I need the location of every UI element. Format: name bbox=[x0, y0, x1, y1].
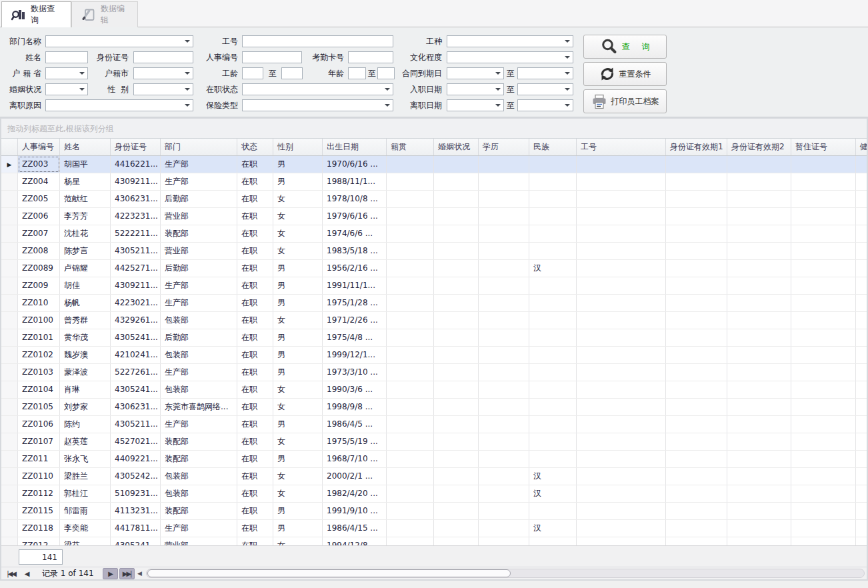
cell[interactable] bbox=[791, 329, 856, 346]
cell[interactable]: 1986/4/15 ... bbox=[323, 520, 387, 537]
cell[interactable]: 1994/12/8 bbox=[323, 537, 387, 545]
table-row[interactable]: ZZ004杨星4309211...生产部在职男1988/11/1... bbox=[1, 173, 867, 191]
cell[interactable]: 女 bbox=[273, 312, 323, 329]
cell[interactable]: ZZ009 bbox=[18, 277, 60, 294]
cell[interactable] bbox=[856, 451, 867, 467]
work-no-input[interactable] bbox=[242, 35, 393, 47]
cell[interactable]: 在职 bbox=[237, 173, 273, 190]
cell[interactable]: 后勤部 bbox=[161, 191, 237, 207]
cell[interactable] bbox=[434, 312, 479, 329]
cell[interactable] bbox=[856, 399, 867, 415]
cell[interactable] bbox=[727, 260, 791, 277]
cell[interactable] bbox=[856, 173, 867, 190]
table-row[interactable]: ZZ011张永飞4409221...装配部在职男1968/7/10 ... bbox=[1, 451, 867, 468]
cell[interactable]: 1990/3/6 ... bbox=[323, 381, 387, 398]
cell[interactable]: 在职 bbox=[237, 451, 273, 467]
table-row[interactable]: ZZ0101黄华茂4305241...后勤部在职男1975/4/8 ... bbox=[1, 329, 867, 347]
cell[interactable]: 在职 bbox=[237, 329, 273, 346]
cell[interactable] bbox=[577, 364, 666, 381]
cell[interactable]: 胡国平 bbox=[60, 156, 111, 173]
cell[interactable] bbox=[577, 416, 666, 433]
horizontal-scrollbar-thumb[interactable] bbox=[147, 569, 511, 577]
cell[interactable] bbox=[791, 347, 856, 363]
cell[interactable] bbox=[577, 433, 666, 450]
cell[interactable] bbox=[479, 364, 529, 381]
cell[interactable]: 4309211... bbox=[111, 173, 161, 190]
cell[interactable] bbox=[479, 399, 529, 415]
cell[interactable]: ZZ0112 bbox=[18, 485, 60, 502]
cell[interactable]: 1975/4/8 ... bbox=[323, 329, 387, 346]
cell[interactable]: 4305211... bbox=[111, 243, 161, 259]
cell[interactable] bbox=[856, 156, 867, 173]
cell[interactable] bbox=[387, 277, 434, 294]
cell[interactable]: 包装部 bbox=[161, 381, 237, 398]
dropdown-arrow-icon[interactable] bbox=[562, 101, 572, 110]
cell[interactable] bbox=[479, 243, 529, 259]
cell[interactable] bbox=[434, 243, 479, 259]
cell[interactable]: 4113231... bbox=[111, 503, 161, 519]
cell[interactable]: 女 bbox=[273, 399, 323, 415]
cell[interactable]: 男 bbox=[273, 347, 323, 363]
cell[interactable] bbox=[479, 520, 529, 537]
cell[interactable]: 女 bbox=[273, 191, 323, 207]
cell[interactable]: 男 bbox=[273, 260, 323, 277]
cell[interactable] bbox=[727, 485, 791, 502]
cell[interactable] bbox=[791, 485, 856, 502]
cell[interactable]: 1975/5/19 ... bbox=[323, 433, 387, 450]
cell[interactable] bbox=[529, 225, 577, 242]
cell[interactable]: 装配部 bbox=[161, 451, 237, 467]
cell[interactable]: 邹雷雨 bbox=[60, 503, 111, 519]
cell[interactable]: 陈约 bbox=[60, 416, 111, 433]
dropdown-arrow-icon[interactable] bbox=[382, 85, 392, 94]
cell[interactable]: 汉 bbox=[529, 485, 577, 502]
column-header[interactable]: 民族 bbox=[529, 139, 577, 155]
cell[interactable]: 汉 bbox=[529, 468, 577, 485]
cell[interactable] bbox=[791, 277, 856, 294]
cell[interactable] bbox=[529, 451, 577, 467]
cell[interactable]: 4223021... bbox=[111, 295, 161, 311]
cell[interactable] bbox=[434, 347, 479, 363]
cell[interactable] bbox=[666, 208, 727, 225]
cell[interactable]: ZZ008 bbox=[18, 243, 60, 259]
cell[interactable] bbox=[666, 312, 727, 329]
cell[interactable] bbox=[479, 468, 529, 485]
cell[interactable] bbox=[434, 485, 479, 502]
cell[interactable] bbox=[479, 329, 529, 346]
horizontal-scrollbar[interactable] bbox=[146, 569, 865, 578]
cell[interactable]: 杨帆 bbox=[60, 295, 111, 311]
table-row[interactable]: ZZ0118李奕能4417811...生产部在职男1986/4/15 ...汉 bbox=[1, 520, 867, 537]
cell[interactable]: 1978/10/8 ... bbox=[323, 191, 387, 207]
cell[interactable] bbox=[479, 347, 529, 363]
cell[interactable] bbox=[727, 156, 791, 173]
cell[interactable] bbox=[479, 503, 529, 519]
cell[interactable] bbox=[666, 399, 727, 415]
leave-date-from-combo[interactable] bbox=[447, 99, 504, 111]
cell[interactable] bbox=[577, 312, 666, 329]
cell[interactable] bbox=[387, 381, 434, 398]
cell[interactable]: 男 bbox=[273, 295, 323, 311]
cell[interactable] bbox=[577, 399, 666, 415]
cell[interactable]: 女 bbox=[273, 381, 323, 398]
cell[interactable] bbox=[434, 503, 479, 519]
cell[interactable] bbox=[856, 433, 867, 450]
cell[interactable] bbox=[577, 191, 666, 207]
cell[interactable] bbox=[387, 243, 434, 259]
cell[interactable]: 在职 bbox=[237, 295, 273, 311]
table-row[interactable]: ZZ008陈梦言4305211...营业部在职女1983/5/18 ... bbox=[1, 243, 867, 260]
cell[interactable]: 1998/9/8 ... bbox=[323, 399, 387, 415]
record-count-box[interactable] bbox=[19, 549, 63, 565]
cell[interactable] bbox=[791, 416, 856, 433]
cell[interactable] bbox=[529, 312, 577, 329]
cell[interactable] bbox=[387, 208, 434, 225]
cell[interactable] bbox=[856, 364, 867, 381]
cell[interactable]: ZZ0107 bbox=[18, 433, 60, 450]
cell[interactable] bbox=[791, 399, 856, 415]
cell[interactable]: 在职 bbox=[237, 520, 273, 537]
cell[interactable]: 4425271... bbox=[111, 260, 161, 277]
cell[interactable] bbox=[434, 156, 479, 173]
cell[interactable]: 生产部 bbox=[161, 156, 237, 173]
cell[interactable] bbox=[387, 468, 434, 485]
cell[interactable] bbox=[727, 451, 791, 467]
cell[interactable]: 肖琳 bbox=[60, 381, 111, 398]
cell[interactable] bbox=[479, 191, 529, 207]
